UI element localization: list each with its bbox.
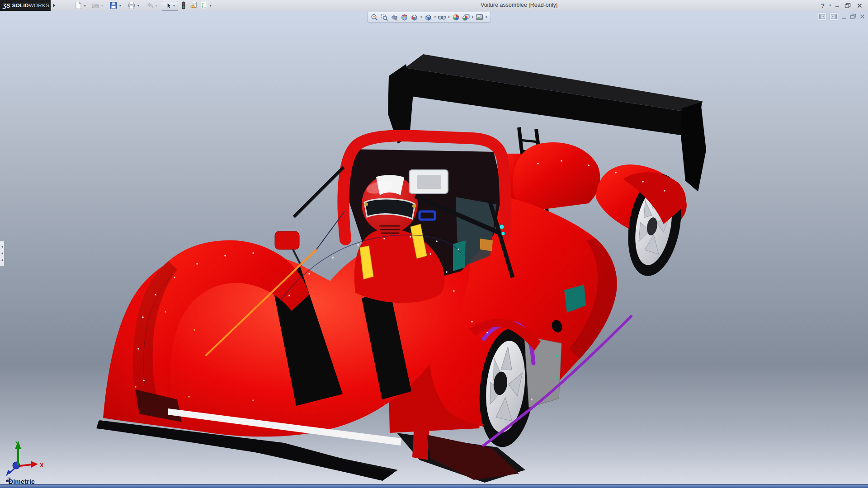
section-view-icon	[401, 14, 408, 21]
document-close-icon	[859, 14, 865, 19]
triad-y-label: Y	[15, 440, 19, 447]
model-scene[interactable]: Y X Z	[0, 0, 868, 488]
display-style-dropdown-arrow[interactable]: ▾	[434, 15, 436, 19]
view-orientation-cube-icon	[410, 14, 418, 21]
previous-view-button[interactable]	[390, 13, 399, 22]
triad-x-label: X	[40, 462, 44, 469]
zoom-to-fit-icon	[371, 14, 378, 21]
view-settings-icon	[476, 14, 483, 21]
apply-scene-icon	[462, 14, 470, 21]
left-triangle-icon	[1, 259, 3, 262]
hide-show-items-button[interactable]	[438, 13, 446, 22]
side-mirror	[275, 231, 299, 249]
apply-scene-dropdown-arrow[interactable]: ▾	[472, 15, 474, 19]
previous-view-icon	[391, 14, 398, 21]
document-minimize-icon	[841, 14, 847, 19]
zoom-to-area-button[interactable]	[380, 13, 389, 22]
eyeglasses-icon	[438, 14, 446, 21]
document-restore-icon	[850, 14, 856, 19]
document-window-controls	[818, 13, 865, 20]
graphics-viewport[interactable]: Y X Z	[0, 11, 868, 488]
left-triangle-icon	[1, 245, 3, 248]
document-restore-button[interactable]	[850, 14, 856, 19]
document-minimize-button[interactable]	[841, 14, 847, 19]
collapse-pane-left-button[interactable]	[818, 13, 826, 20]
view-settings-dropdown-arrow[interactable]: ▾	[486, 15, 487, 19]
collapse-left-icon	[819, 14, 825, 19]
view-settings-button[interactable]	[475, 13, 484, 22]
view-orientation-button[interactable]	[410, 13, 419, 22]
hide-show-dropdown-arrow[interactable]: ▾	[448, 15, 450, 19]
zoom-to-fit-button[interactable]	[370, 13, 379, 22]
view-orientation-dropdown-arrow[interactable]: ▾	[420, 15, 422, 19]
appearance-ball-icon	[452, 14, 460, 21]
apply-scene-button[interactable]	[462, 13, 470, 22]
display-style-cube-icon	[425, 14, 432, 21]
edit-appearance-button[interactable]	[452, 13, 460, 22]
heads-up-view-toolbar: ▾ ▾ ▾	[367, 12, 491, 23]
window-bottom-border	[0, 484, 868, 488]
car-model[interactable]	[96, 54, 706, 483]
section-view-button[interactable]	[400, 13, 409, 22]
display-style-button[interactable]	[424, 13, 433, 22]
feature-manager-splitter-tab[interactable]	[0, 241, 5, 266]
zoom-to-area-icon	[381, 14, 388, 21]
collapse-pane-right-button[interactable]	[830, 13, 838, 20]
left-triangle-icon	[1, 252, 3, 255]
document-close-button[interactable]	[859, 14, 865, 19]
orientation-triad: Y X Z	[6, 440, 44, 483]
collapse-right-icon	[831, 14, 837, 19]
